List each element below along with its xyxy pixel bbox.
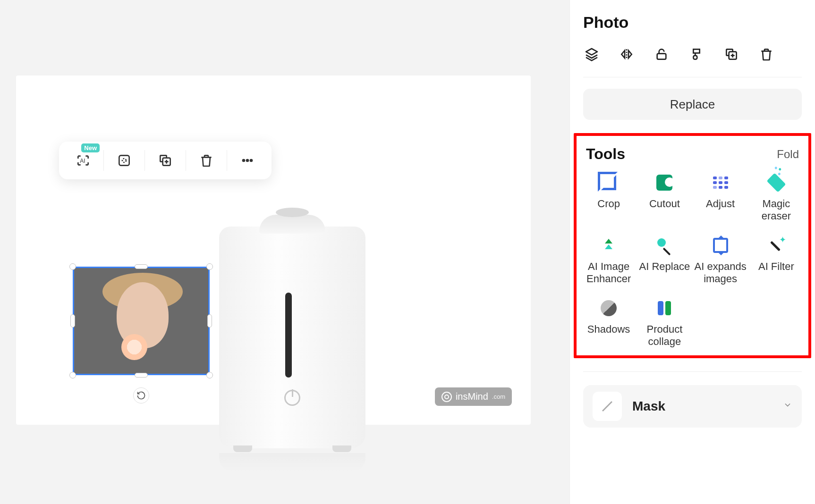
adjust-icon	[711, 173, 730, 192]
delete-icon[interactable]	[758, 46, 775, 63]
selected-image[interactable]	[73, 267, 210, 375]
select-similar-button[interactable]	[108, 146, 141, 175]
svg-point-2	[122, 159, 126, 162]
resize-handle-r[interactable]	[207, 314, 212, 328]
watermark-brand: insMind	[456, 391, 488, 402]
fold-button[interactable]: Fold	[777, 148, 799, 161]
resize-handle-t[interactable]	[135, 264, 148, 269]
resize-handle-l[interactable]	[70, 314, 75, 328]
svg-point-6	[250, 159, 252, 161]
tool-ai-expand[interactable]: AI expands images	[693, 236, 748, 286]
duplicate-icon[interactable]	[723, 46, 740, 63]
ai-expand-icon	[711, 236, 730, 255]
flip-icon[interactable]	[618, 46, 635, 63]
tool-product-collage[interactable]: Product collage	[637, 299, 692, 348]
watermark-domain: .com	[492, 393, 505, 400]
tool-ai-filter[interactable]: AI Filter	[749, 236, 804, 286]
svg-point-4	[242, 159, 245, 161]
resize-handle-br[interactable]	[206, 372, 213, 378]
floating-toolbar: AI New	[59, 142, 272, 179]
delete-button[interactable]	[190, 146, 223, 175]
right-panel: Photo Replace Tools Fold Crop	[569, 0, 815, 504]
magic-eraser-icon	[767, 173, 786, 192]
resize-handle-bl[interactable]	[69, 372, 76, 378]
tools-grid: Crop Cutout Adjust Magic eraser AI Image…	[581, 173, 804, 348]
tools-title: Tools	[586, 145, 625, 163]
ai-filter-icon	[767, 236, 786, 255]
cutout-icon	[655, 173, 674, 192]
svg-text:AI: AI	[80, 158, 85, 164]
product-image	[219, 198, 365, 453]
ai-enhancer-icon	[599, 236, 618, 255]
tool-cutout[interactable]: Cutout	[637, 173, 692, 223]
tool-shadows[interactable]: Shadows	[581, 299, 636, 348]
tools-section-highlighted: Tools Fold Crop Cutout Adjust Magic eras…	[574, 133, 811, 358]
layers-icon[interactable]	[583, 46, 600, 63]
svg-line-9	[603, 402, 612, 411]
new-badge: New	[81, 143, 100, 152]
shadows-icon	[599, 299, 618, 318]
ai-tools-button[interactable]: AI New	[67, 146, 100, 175]
svg-point-5	[246, 159, 248, 161]
duplicate-button[interactable]	[149, 146, 182, 175]
watermark: insMind.com	[435, 387, 512, 406]
chevron-down-icon	[783, 400, 792, 412]
rotate-handle[interactable]	[133, 387, 149, 403]
style-icon[interactable]	[688, 46, 705, 63]
mask-row[interactable]: Mask	[583, 385, 802, 428]
product-collage-icon	[655, 299, 674, 318]
replace-button[interactable]: Replace	[583, 89, 802, 120]
unlock-icon[interactable]	[653, 46, 670, 63]
svg-rect-1	[119, 155, 129, 165]
mask-thumb	[593, 392, 622, 421]
tool-ai-replace[interactable]: AI Replace	[637, 236, 692, 286]
canvas[interactable]: insMind.com	[16, 76, 531, 425]
tool-crop[interactable]: Crop	[581, 173, 636, 223]
more-button[interactable]	[231, 146, 264, 175]
crop-icon	[599, 173, 618, 192]
resize-handle-tl[interactable]	[69, 263, 76, 270]
svg-rect-7	[657, 54, 666, 59]
resize-handle-b[interactable]	[135, 373, 148, 378]
watermark-icon	[441, 392, 452, 402]
selected-layer[interactable]	[73, 267, 210, 375]
ai-replace-icon	[655, 236, 674, 255]
panel-title: Photo	[583, 13, 802, 32]
tool-adjust[interactable]: Adjust	[693, 173, 748, 223]
tool-ai-enhancer[interactable]: AI Image Enhancer	[581, 236, 636, 286]
mask-label: Mask	[632, 399, 773, 414]
panel-actions	[583, 46, 802, 77]
tool-magic-eraser[interactable]: Magic eraser	[749, 173, 804, 223]
canvas-area: insMind.com AI New	[0, 0, 569, 504]
divider	[583, 371, 802, 372]
resize-handle-tr[interactable]	[206, 263, 213, 270]
